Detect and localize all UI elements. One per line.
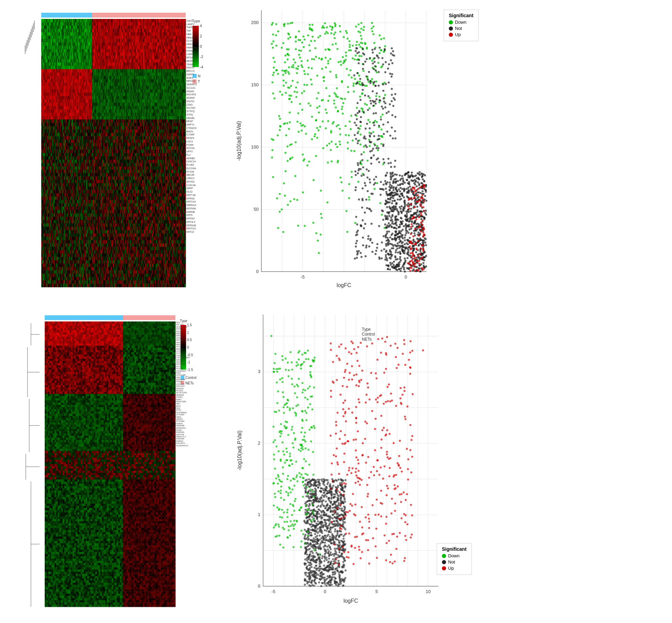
legend-d-up: Up — [442, 566, 467, 571]
legend-b-not: Not — [449, 26, 474, 31]
legend-b-up: Up — [449, 32, 474, 37]
volcano-d — [234, 303, 475, 623]
legend-d-title: Significant — [442, 546, 467, 552]
heatmap-a — [0, 0, 234, 303]
legend-b-title: Significant — [449, 13, 474, 18]
heatmap-c — [0, 303, 234, 623]
volcano-d-legend: Significant Down Not Up — [437, 543, 472, 575]
volcano-b — [234, 0, 475, 303]
legend-d-not: Not — [442, 559, 467, 565]
volcano-b-legend: Significant Down Not Up — [444, 10, 479, 41]
type-control-nets-label: Type Control NETs — [362, 327, 375, 342]
legend-d-down: Down — [442, 553, 467, 558]
legend-b-down: Down — [449, 20, 474, 25]
